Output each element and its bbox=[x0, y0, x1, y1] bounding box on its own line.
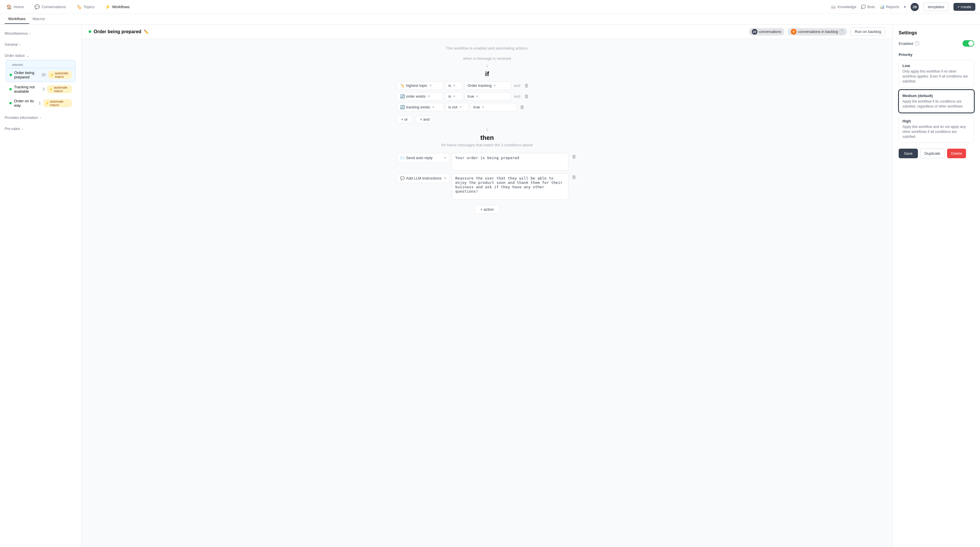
nav-reports[interactable]: 📊 Reports bbox=[880, 5, 899, 9]
condition-value-2[interactable]: true ▾ bbox=[465, 92, 511, 100]
subnav-macros[interactable]: Macros bbox=[29, 14, 49, 24]
sidebar-group-order-status: Order status ⌄ selected Order being prep… bbox=[0, 50, 81, 112]
sidebar-group-provides-info-label: Provides information bbox=[5, 116, 38, 120]
chevron-op-1: ▾ bbox=[453, 84, 455, 87]
condition-operator-3[interactable]: is not ▾ bbox=[445, 103, 469, 111]
priority-medium-title: Medium (default) bbox=[902, 94, 970, 98]
chevron-down-icon-order: ⌄ bbox=[27, 54, 29, 58]
sidebar-group-order-status-label: Order status bbox=[5, 54, 25, 58]
arrow-down-2: ↓ bbox=[486, 126, 488, 132]
top-nav-left: 🏠 Home 💬 Conversations 🏷️ Topics ⚡ Workf… bbox=[5, 3, 131, 11]
workflow-item-tracking-not-available[interactable]: Tracking not available 3 ⚡ automate macr… bbox=[6, 82, 76, 96]
condition-operator-label-3: is not bbox=[449, 105, 458, 109]
conversations-count: 20 bbox=[752, 29, 757, 35]
settings-actions: Save Duplicate Delete bbox=[899, 149, 974, 158]
enabled-label: Enabled bbox=[899, 41, 913, 46]
workflow-item-order-being-prepared-content[interactable]: Order being prepared 20 ⚡ automate macro bbox=[6, 68, 76, 82]
add-and-button[interactable]: + and bbox=[415, 116, 434, 123]
nav-more[interactable]: ▾ bbox=[904, 5, 906, 9]
nav-topics[interactable]: 🏷️ Topics bbox=[75, 3, 96, 11]
delete-condition-1[interactable]: 🗑 bbox=[523, 82, 530, 89]
chevron-op-3: ▾ bbox=[460, 105, 461, 109]
nav-workflows[interactable]: ⚡ Workflows bbox=[103, 3, 132, 11]
nav-home[interactable]: 🏠 Home bbox=[5, 3, 25, 11]
settings-title: Settings bbox=[899, 30, 974, 36]
nav-knowledge[interactable]: 📖 Knowledge bbox=[831, 5, 856, 9]
workflow-item-tracking-badges: 3 ⚡ automate macro bbox=[43, 85, 72, 93]
sidebar: Miscellaneous › General › Order status ⌄… bbox=[0, 24, 82, 547]
condition-field-1[interactable]: 🏷️ highest topic ▾ bbox=[397, 81, 444, 90]
priority-card-high[interactable]: High Apply this workflow and do not appl… bbox=[899, 115, 974, 143]
condition-operator-2[interactable]: is ▾ bbox=[445, 92, 463, 100]
then-label: then bbox=[480, 134, 494, 142]
action-content-1[interactable]: Your order is being prepared bbox=[452, 153, 568, 170]
workflow-name-itsway: Order on its way bbox=[14, 99, 39, 108]
enabled-help-icon[interactable]: ? bbox=[915, 41, 920, 46]
top-nav: 🏠 Home 💬 Conversations 🏷️ Topics ⚡ Workf… bbox=[0, 0, 980, 14]
chevron-field-1: ▾ bbox=[430, 84, 431, 87]
nav-conversations[interactable]: 💬 Conversations bbox=[33, 3, 68, 11]
condition-field-3[interactable]: 🔄 tracking exists ▾ bbox=[397, 103, 444, 111]
delete-action-2[interactable]: 🗑 bbox=[571, 173, 578, 181]
sidebar-group-pre-sales-header[interactable]: Pre-sales › bbox=[5, 125, 77, 133]
conversations-label: conversations bbox=[759, 30, 781, 34]
condition-field-label-1: highest topic bbox=[406, 83, 428, 88]
subnav-workflows[interactable]: Workflows bbox=[5, 14, 29, 24]
condition-field-label-2: order exists bbox=[406, 94, 426, 98]
nav-knowledge-label: Knowledge bbox=[837, 5, 856, 9]
workflow-item-order-on-its-way[interactable]: Order on its way 1 ⚡ automate macro bbox=[6, 97, 76, 110]
priority-card-low[interactable]: Low Only apply this workflow if no other… bbox=[899, 60, 974, 87]
workflow-title: Order being prepared bbox=[94, 29, 142, 34]
chevron-op-2: ▾ bbox=[453, 94, 455, 98]
action-content-2[interactable]: Reassure the user that they will be able… bbox=[452, 173, 568, 200]
condition-operator-1[interactable]: is ▾ bbox=[445, 81, 463, 90]
if-label: if bbox=[485, 70, 489, 78]
macro-badge-label-1: automate macro bbox=[55, 71, 70, 78]
top-nav-right: 📖 Knowledge 💭 Bots 📊 Reports ▾ ZB templa… bbox=[831, 3, 975, 11]
sidebar-group-pre-sales-label: Pre-sales bbox=[5, 127, 20, 131]
action-type-2[interactable]: 💬 Add LLM instructions ▾ bbox=[397, 173, 449, 183]
backlog-badge: 9 conversations in backlog ? bbox=[788, 28, 847, 36]
workflow-header-right: 20 conversations 9 conversations in back… bbox=[749, 27, 886, 36]
edit-icon[interactable]: ✏️ bbox=[144, 29, 149, 34]
backlog-help-icon[interactable]: ? bbox=[840, 29, 844, 34]
duplicate-button[interactable]: Duplicate bbox=[920, 149, 945, 158]
run-backlog-button[interactable]: Run on backlog bbox=[851, 27, 886, 36]
bots-icon: 💭 bbox=[861, 5, 866, 9]
delete-condition-3[interactable]: 🗑 bbox=[519, 103, 526, 111]
status-dot-itsway bbox=[10, 102, 12, 104]
condition-field-2[interactable]: 🔄 order exists ▾ bbox=[397, 92, 444, 100]
chevron-val-3: ▾ bbox=[482, 105, 484, 109]
delete-action-1[interactable]: 🗑 bbox=[571, 153, 578, 160]
sidebar-group-miscellaneous-label: Miscellaneous bbox=[5, 32, 28, 36]
add-action-button[interactable]: + action bbox=[474, 205, 500, 214]
create-button[interactable]: + create bbox=[953, 3, 975, 11]
priority-card-medium[interactable]: Medium (default) Apply the workflow if i… bbox=[899, 90, 974, 113]
actions-block: ✉️ Send auto reply ▾ Your order is being… bbox=[397, 153, 578, 214]
priority-low-title: Low bbox=[902, 63, 970, 68]
workflow-count-2: 3 bbox=[43, 87, 45, 91]
sidebar-group-miscellaneous: Miscellaneous › bbox=[0, 28, 81, 39]
workflows-icon: ⚡ bbox=[105, 4, 110, 10]
add-or-button[interactable]: + or bbox=[397, 116, 412, 123]
workflow-header: Order being prepared ✏️ 20 conversations… bbox=[82, 24, 892, 39]
sidebar-group-order-status-header[interactable]: Order status ⌄ bbox=[5, 52, 77, 59]
sidebar-group-miscellaneous-header[interactable]: Miscellaneous › bbox=[5, 30, 77, 37]
nav-bots[interactable]: 💭 Bots bbox=[861, 5, 875, 9]
templates-button[interactable]: templates bbox=[923, 3, 948, 11]
workflow-status-dot bbox=[89, 30, 91, 33]
enabled-toggle[interactable] bbox=[963, 40, 974, 47]
topics-icon: 🏷️ bbox=[76, 4, 82, 10]
and-label-2: and bbox=[513, 94, 522, 98]
sidebar-group-provides-info: Provides information › bbox=[0, 112, 81, 123]
workflow-count-1: 20 bbox=[42, 73, 46, 77]
condition-value-3[interactable]: true ▾ bbox=[470, 103, 517, 111]
action-type-1[interactable]: ✉️ Send auto reply ▾ bbox=[397, 153, 449, 163]
save-button[interactable]: Save bbox=[899, 149, 918, 158]
delete-workflow-button[interactable]: Delete bbox=[947, 149, 966, 158]
delete-condition-2[interactable]: 🗑 bbox=[523, 93, 530, 100]
sidebar-group-general-header[interactable]: General › bbox=[5, 41, 77, 48]
condition-value-1[interactable]: Order tracking ▾ bbox=[465, 81, 511, 90]
avatar[interactable]: ZB bbox=[911, 3, 919, 11]
sidebar-group-provides-info-header[interactable]: Provides information › bbox=[5, 114, 77, 122]
